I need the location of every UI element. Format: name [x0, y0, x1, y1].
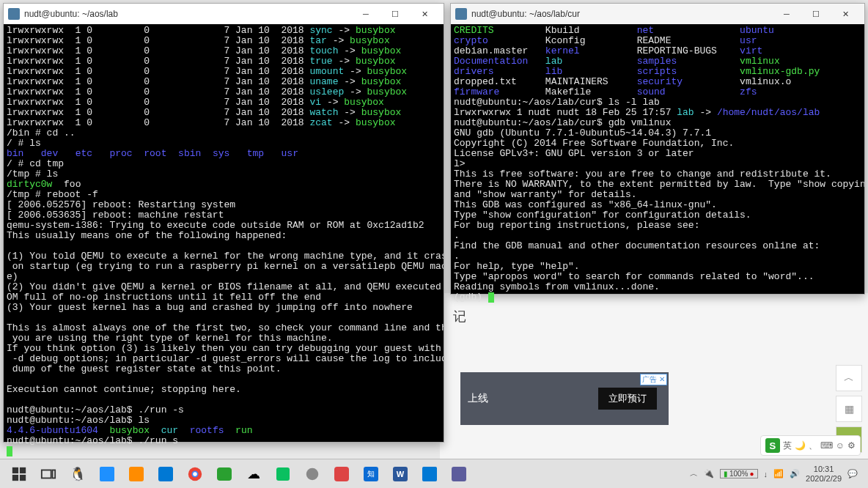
close-button[interactable]: ✕	[831, 5, 860, 23]
taskbar-app-6[interactable]	[298, 459, 327, 489]
battery-indicator[interactable]: ▮100%●	[720, 469, 758, 478]
ad-badge[interactable]: 广告 ✕	[640, 374, 667, 385]
svg-rect-2	[12, 474, 18, 480]
taskbar-app-4[interactable]	[151, 459, 180, 489]
tray-power-icon[interactable]: 🔌	[704, 469, 714, 478]
svg-rect-5	[53, 470, 56, 478]
terminal-content-right[interactable]: CREDITS Kbuild net ubuntu crypto Kconfig…	[451, 24, 864, 304]
minimize-button[interactable]: ─	[351, 5, 380, 23]
svg-rect-0	[12, 467, 18, 473]
start-button[interactable]	[4, 459, 34, 489]
titlebar-right[interactable]: nudt@ubuntu: ~/aos/lab/cur ─ ☐ ✕	[451, 4, 864, 24]
taskbar-app-3[interactable]	[122, 459, 151, 489]
tray-wifi-icon[interactable]: 📶	[773, 469, 784, 478]
svg-rect-1	[20, 467, 26, 473]
clock-time: 10:31	[806, 465, 842, 474]
ime-emoji-icon[interactable]: ☺	[836, 440, 845, 451]
maximize-button[interactable]: ☐	[380, 5, 410, 23]
taskbar-word[interactable]: W	[386, 459, 415, 489]
putty-icon	[455, 8, 467, 20]
ime-keyboard-icon[interactable]: ⌨	[820, 440, 833, 451]
taskbar-zhihu[interactable]: 知	[356, 459, 386, 489]
tray-download-icon[interactable]: ↓	[764, 470, 768, 478]
clock-date: 2020/2/29	[806, 474, 842, 484]
ad-banner[interactable]: 广告 ✕ 上线 立即预订	[460, 372, 669, 425]
svg-point-9	[306, 467, 319, 480]
svg-point-8	[193, 472, 197, 476]
ad-cta-button[interactable]: 立即预订	[598, 388, 657, 410]
taskbar-app-9[interactable]	[444, 459, 474, 489]
terminal-window-right[interactable]: nudt@ubuntu: ~/aos/lab/cur ─ ☐ ✕ CREDITS…	[450, 3, 865, 295]
putty-icon	[8, 8, 20, 20]
ime-moon-icon[interactable]: 🌙	[795, 440, 806, 451]
minimize-button[interactable]: ─	[772, 5, 801, 23]
qr-button[interactable]: ▦	[836, 396, 862, 422]
ime-punct-icon[interactable]: 、	[809, 440, 817, 452]
svg-rect-3	[20, 474, 26, 480]
taskbar-wechat[interactable]	[210, 459, 239, 489]
tray-volume-icon[interactable]: 🔊	[790, 469, 800, 478]
sogou-icon[interactable]: S	[765, 438, 780, 453]
taskbar-app-2[interactable]	[92, 459, 122, 489]
ad-left-text: 上线	[468, 392, 488, 405]
notification-icon[interactable]: 💬	[847, 469, 858, 478]
terminal-window-left[interactable]: nudt@ubuntu: ~/aos/lab ─ ☐ ✕ lrwxrwxrwx …	[3, 3, 444, 443]
titlebar-left[interactable]: nudt@ubuntu: ~/aos/lab ─ ☐ ✕	[4, 4, 444, 24]
tray-expand-icon[interactable]: ︿	[690, 468, 698, 479]
window-title: nudt@ubuntu: ~/aos/lab	[24, 9, 351, 19]
taskview-button[interactable]	[34, 459, 63, 489]
ime-lang[interactable]: 英	[783, 440, 792, 452]
taskbar-app-8[interactable]	[415, 459, 444, 489]
taskbar-chrome[interactable]	[180, 459, 210, 489]
note-text: 记	[453, 308, 466, 325]
taskbar-app-1[interactable]: 🐧	[63, 459, 92, 489]
clock[interactable]: 10:31 2020/2/29	[806, 465, 842, 484]
close-button[interactable]: ✕	[410, 5, 439, 23]
terminal-content-left[interactable]: lrwxrwxrwx 1 0 0 7 Jan 10 2018 sync -> b…	[4, 24, 444, 458]
maximize-button[interactable]: ☐	[801, 5, 831, 23]
taskbar-app-7[interactable]	[327, 459, 356, 489]
taskbar-cloud[interactable]: ☁	[239, 459, 268, 489]
ime-settings-icon[interactable]: ⚙	[847, 440, 856, 451]
svg-rect-4	[42, 470, 51, 478]
taskbar-app-5[interactable]	[268, 459, 298, 489]
window-title: nudt@ubuntu: ~/aos/lab/cur	[471, 9, 772, 19]
system-tray[interactable]: ︿ 🔌 ▮100%● ↓ 📶 🔊 10:31 2020/2/29 💬	[684, 465, 864, 484]
scroll-top-button[interactable]: ︿	[836, 365, 862, 391]
taskbar[interactable]: 🐧 ☁ 知 W ︿ 🔌 ▮100%● ↓ 📶 🔊 10:31 2020/2/29…	[0, 459, 868, 488]
ime-bar[interactable]: S 英 🌙 、 ⌨ ☺ ⚙	[760, 435, 861, 456]
